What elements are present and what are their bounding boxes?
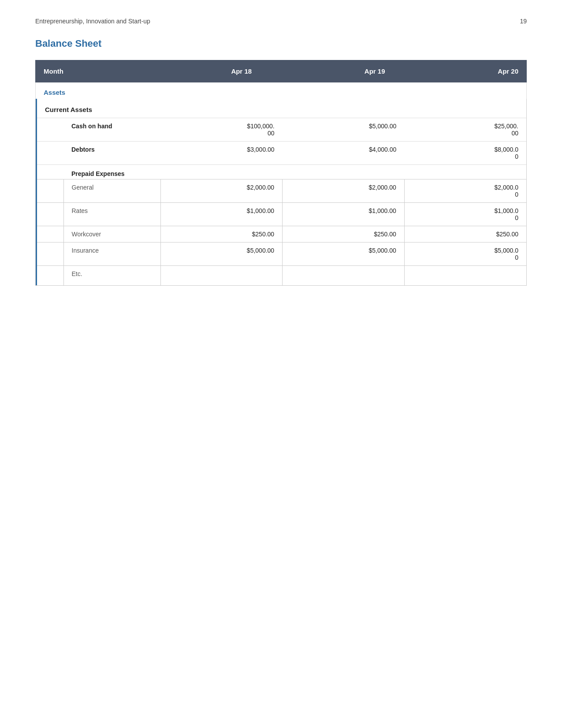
current-assets-table: Cash on hand $100,000. 00 $5,000.00 $25,… (37, 118, 526, 285)
prepaid-general-row: General $2,000.00 $2,000.00 $2,000.0 0 (37, 179, 526, 203)
prepaid-etc-apr20 (404, 266, 526, 286)
prepaid-workcover-apr19: $250.00 (283, 226, 405, 243)
prepaid-workcover-apr18: $250.00 (160, 226, 283, 243)
prepaid-workcover-apr20: $250.00 (404, 226, 526, 243)
prepaid-etc-row: Etc. (37, 266, 526, 286)
prepaid-rates-apr20: $1,000.0 0 (404, 203, 526, 226)
cash-on-hand-row: Cash on hand $100,000. 00 $5,000.00 $25,… (37, 118, 526, 142)
debtors-apr18: $3,000.00 (160, 142, 283, 165)
apr20-col-header: Apr 20 (393, 60, 527, 82)
cash-on-hand-label: Cash on hand (63, 118, 160, 142)
prepaid-workcover-row: Workcover $250.00 $250.00 $250.00 (37, 226, 526, 243)
cash-on-hand-apr19: $5,000.00 (283, 118, 405, 142)
assets-section-label: Assets (36, 82, 527, 99)
assets-label-text: Assets (36, 82, 527, 99)
debtors-row: Debtors $3,000.00 $4,000.00 $8,000.0 0 (37, 142, 526, 165)
balance-sheet-title: Balance Sheet (35, 38, 527, 49)
balance-sheet-table: Month Apr 18 Apr 19 Apr 20 Assets Curren… (35, 60, 527, 286)
prepaid-insurance-apr18: $5,000.00 (160, 243, 283, 266)
prepaid-insurance-apr19: $5,000.00 (283, 243, 405, 266)
page-number: 19 (520, 18, 527, 25)
prepaid-insurance-row: Insurance $5,000.00 $5,000.00 $5,000.0 0 (37, 243, 526, 266)
prepaid-etc-label: Etc. (63, 266, 160, 286)
apr18-col-header: Apr 18 (127, 60, 260, 82)
month-col-header: Month (36, 60, 127, 82)
current-assets-row: Current Assets Cash on hand $100,000. 00 (36, 99, 527, 286)
prepaid-general-apr19: $2,000.00 (283, 179, 405, 203)
cash-on-hand-apr20: $25,000. 00 (404, 118, 526, 142)
prepaid-general-apr18: $2,000.00 (160, 179, 283, 203)
debtors-label: Debtors (63, 142, 160, 165)
prepaid-rates-label: Rates (63, 203, 160, 226)
debtors-apr19: $4,000.00 (283, 142, 405, 165)
table-header-row: Month Apr 18 Apr 19 Apr 20 (36, 60, 527, 82)
prepaid-insurance-label: Insurance (63, 243, 160, 266)
current-assets-title: Current Assets (45, 106, 518, 113)
prepaid-insurance-apr20: $5,000.0 0 (404, 243, 526, 266)
prepaid-expenses-label: Prepaid Expenses (63, 165, 526, 179)
prepaid-label-row: Prepaid Expenses (37, 165, 526, 179)
prepaid-general-label: General (63, 179, 160, 203)
prepaid-general-apr20: $2,000.0 0 (404, 179, 526, 203)
debtors-apr20: $8,000.0 0 (404, 142, 526, 165)
prepaid-workcover-label: Workcover (63, 226, 160, 243)
page-subtitle: Entrepreneurship, Innovation and Start-u… (35, 18, 150, 25)
prepaid-rates-apr19: $1,000.00 (283, 203, 405, 226)
cash-on-hand-apr18: $100,000. 00 (160, 118, 283, 142)
apr19-col-header: Apr 19 (260, 60, 393, 82)
prepaid-etc-apr19 (283, 266, 405, 286)
prepaid-rates-row: Rates $1,000.00 $1,000.00 $1,000.0 0 (37, 203, 526, 226)
prepaid-etc-apr18 (160, 266, 283, 286)
prepaid-rates-apr18: $1,000.00 (160, 203, 283, 226)
page-header: Entrepreneurship, Innovation and Start-u… (35, 18, 527, 25)
